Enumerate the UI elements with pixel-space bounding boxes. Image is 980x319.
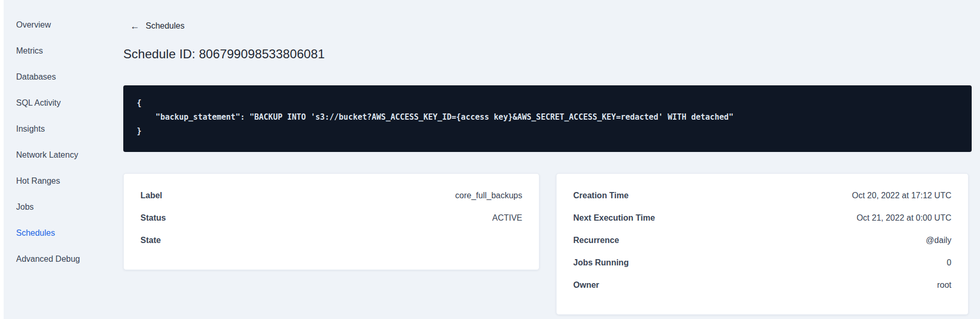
sidebar-item-schedules[interactable]: Schedules	[4, 220, 113, 246]
sidebar-item-hot-ranges[interactable]: Hot Ranges	[4, 168, 113, 194]
timing-row-next-execution: Next Execution Time Oct 21, 2022 at 0:00…	[573, 207, 951, 229]
page-left-gutter	[0, 0, 4, 319]
back-arrow-icon: ←	[130, 21, 139, 31]
timing-row-recurrence: Recurrence @daily	[573, 229, 951, 251]
row-label: Creation Time	[573, 191, 628, 200]
row-label: State	[140, 236, 161, 245]
row-value: Oct 20, 2022 at 17:12 UTC	[852, 191, 951, 200]
row-value: Oct 21, 2022 at 0:00 UTC	[857, 213, 951, 223]
page-title: Schedule ID: 806799098533806081	[123, 47, 325, 61]
row-label: Owner	[573, 280, 599, 290]
row-value: 0	[947, 258, 951, 267]
schedule-timing-card: Creation Time Oct 20, 2022 at 17:12 UTC …	[556, 173, 969, 315]
sidebar-item-insights[interactable]: Insights	[4, 116, 113, 142]
row-label: Next Execution Time	[573, 213, 655, 223]
back-link-label: Schedules	[146, 21, 185, 31]
schedule-details-card: Label core_full_backups Status ACTIVE St…	[123, 173, 539, 270]
schedule-statement-code-block: { "backup_statement": "BACKUP INTO 's3:/…	[123, 85, 972, 152]
timing-row-owner: Owner root	[573, 274, 951, 296]
row-value: core_full_backups	[455, 191, 522, 200]
row-label: Recurrence	[573, 236, 619, 245]
row-label: Label	[140, 191, 162, 200]
row-value: root	[937, 280, 951, 290]
detail-row-label: Label core_full_backups	[140, 184, 522, 207]
back-to-schedules-link[interactable]: ← Schedules	[130, 21, 185, 31]
sidebar-item-network-latency[interactable]: Network Latency	[4, 142, 113, 168]
row-value: @daily	[926, 236, 951, 245]
timing-row-creation-time: Creation Time Oct 20, 2022 at 17:12 UTC	[573, 184, 951, 207]
sidebar-item-databases[interactable]: Databases	[4, 64, 113, 90]
row-label: Jobs Running	[573, 258, 629, 267]
sidebar-nav: Overview Metrics Databases SQL Activity …	[4, 12, 113, 272]
sidebar-item-advanced-debug[interactable]: Advanced Debug	[4, 246, 113, 272]
timing-row-jobs-running: Jobs Running 0	[573, 251, 951, 274]
detail-row-status: Status ACTIVE	[140, 207, 522, 229]
sidebar-item-jobs[interactable]: Jobs	[4, 194, 113, 220]
detail-row-state: State	[140, 229, 522, 251]
sidebar-item-overview[interactable]: Overview	[4, 12, 113, 38]
row-label: Status	[140, 213, 166, 223]
status-value: ACTIVE	[492, 213, 522, 223]
sidebar-item-sql-activity[interactable]: SQL Activity	[4, 90, 113, 116]
sidebar-item-metrics[interactable]: Metrics	[4, 38, 113, 64]
